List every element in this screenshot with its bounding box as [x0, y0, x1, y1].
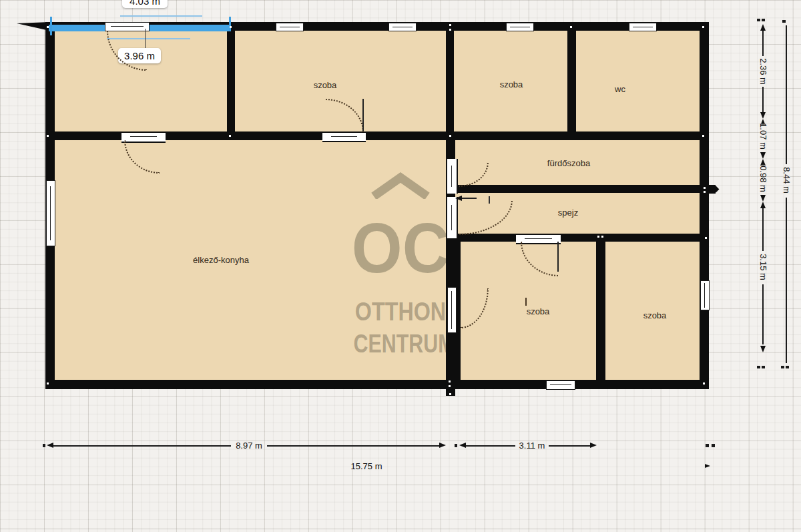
dimension-end-tick	[712, 444, 715, 447]
window[interactable]	[388, 23, 417, 31]
dimension-arrow-icon	[439, 443, 446, 448]
room-wc[interactable]	[576, 31, 700, 131]
dimension-line[interactable]	[762, 208, 764, 251]
wall-junction-dot	[705, 237, 707, 239]
dimension-label[interactable]: 8.97 m	[231, 441, 267, 451]
wall-junction-dot	[702, 135, 704, 137]
wall-junction-dot	[47, 382, 49, 384]
wall-junction-dot	[704, 191, 706, 193]
dimension-arrow-icon	[760, 24, 766, 31]
room-label-szoba-top-right[interactable]: szoba	[465, 79, 558, 89]
floor-plan-canvas[interactable]: OC OTTHON CENTRUM 4.03 m 3.96 m	[0, 0, 801, 532]
door-direction-arrow-icon	[455, 196, 462, 201]
dimension-label[interactable]: 3.15 m	[758, 252, 768, 282]
wall-junction-dot	[703, 382, 705, 384]
dimension-end-tick	[455, 444, 457, 447]
dimension-arrow-icon	[459, 443, 466, 448]
dimension-line[interactable]	[786, 198, 787, 363]
wall-topleft-szoba[interactable]	[227, 31, 235, 140]
room-label-etkezo-konyha[interactable]: élkező-konyha	[174, 255, 268, 265]
window[interactable]	[276, 23, 304, 31]
watermark-roof-icon	[368, 172, 433, 199]
wall-junction-dot	[597, 236, 599, 238]
door-mark	[489, 196, 490, 204]
dimension-line[interactable]	[466, 445, 515, 447]
door-opening[interactable]	[322, 131, 366, 142]
room-label-furdoszoba[interactable]: fürdőszoba	[522, 158, 615, 168]
dimension-arrow-icon	[760, 202, 766, 208]
dimension-label[interactable]: 15.75 m	[348, 461, 384, 471]
dimension-end-tick	[762, 19, 765, 21]
window[interactable]	[46, 180, 55, 246]
dimension-line[interactable]	[549, 445, 590, 447]
room-label-spejz[interactable]: spejz	[521, 208, 615, 218]
window[interactable]	[447, 287, 457, 333]
dimension-label[interactable]: 2.36 m	[758, 56, 768, 87]
door-leaf-line	[557, 242, 559, 272]
dimension-end-tick	[43, 444, 45, 447]
dimension-label[interactable]: 8.44 m	[781, 165, 792, 196]
dimension-line[interactable]	[267, 445, 439, 447]
dimension-arrow-icon	[760, 112, 766, 119]
dimension-arrow-icon	[760, 195, 766, 202]
wall-szoba-szoba[interactable]	[446, 31, 454, 131]
wall-junction-dot	[47, 135, 49, 137]
wall-junction-dot	[449, 29, 451, 31]
dimension-arrow-icon	[47, 443, 53, 448]
room-label-wc[interactable]: wc	[573, 84, 667, 94]
dimension-end-tick	[757, 366, 760, 368]
dimension-end-tick	[782, 20, 786, 23]
watermark-line2: CENTRUM	[354, 331, 448, 356]
dimension-end-tick	[781, 366, 784, 368]
window[interactable]	[700, 280, 710, 310]
room-label-szoba-top-middle[interactable]: szoba	[278, 80, 372, 90]
dimension-label[interactable]: 3.11 m	[515, 441, 549, 451]
dimension-end-tick	[762, 366, 765, 368]
dimension-label[interactable]: 1.07 m	[758, 121, 768, 152]
watermark-line1: OTTHON	[354, 299, 447, 324]
wall-szoba-wc[interactable]	[567, 31, 576, 131]
selection-handle[interactable]	[50, 17, 52, 35]
wall-junction-dot	[229, 135, 231, 137]
dimension-end-tick	[757, 19, 760, 21]
selection-guide-line	[120, 15, 202, 17]
wall-outer-right[interactable]	[700, 22, 709, 389]
room-label-szoba-bottom-right[interactable]: szoba	[608, 310, 702, 320]
door-opening[interactable]	[446, 159, 458, 194]
dimension-arrow-icon	[760, 346, 766, 352]
dimension-end-tick	[706, 444, 709, 447]
wall-outer-bottom[interactable]	[45, 380, 709, 389]
wall-junction-dot	[449, 380, 451, 382]
window[interactable]	[506, 23, 534, 31]
door-leaf-line	[362, 99, 364, 131]
wall-junction-dot	[47, 26, 49, 28]
window[interactable]	[629, 23, 657, 31]
dimension-arrow-icon	[590, 443, 597, 448]
wall-furdo-spejz[interactable]	[455, 185, 700, 193]
dimension-label[interactable]: 0.98 m	[758, 164, 768, 194]
wall-junction-dot	[702, 26, 704, 28]
wall-junction-dot	[449, 135, 451, 137]
dimension-line[interactable]	[786, 25, 787, 164]
wall-junction-dot	[449, 393, 451, 395]
wall-junction-dot	[601, 236, 603, 238]
dimension-end-tick	[786, 366, 789, 368]
wall-szoba-szoba-bottom[interactable]	[596, 238, 605, 380]
watermark-monogram: OC	[351, 212, 449, 283]
room-label-szoba-bottom-left[interactable]: szoba	[491, 306, 585, 316]
dimension-line[interactable]	[53, 445, 231, 447]
selection-handle[interactable]	[229, 17, 231, 31]
window[interactable]	[546, 380, 575, 390]
dimension-line[interactable]	[762, 31, 764, 56]
wall-junction-dot	[449, 385, 451, 387]
door-direction-line	[461, 198, 477, 199]
wall-spejz-bottom[interactable]	[455, 234, 709, 242]
wall-junction-dot	[570, 26, 572, 28]
dimension-arrow-icon	[760, 152, 766, 159]
door-mark	[525, 298, 527, 306]
dimension-line[interactable]	[762, 284, 764, 344]
wall-junction-dot	[449, 24, 451, 26]
window[interactable]	[105, 22, 150, 31]
dimension-line[interactable]	[762, 87, 764, 112]
door-opening[interactable]	[446, 197, 458, 238]
